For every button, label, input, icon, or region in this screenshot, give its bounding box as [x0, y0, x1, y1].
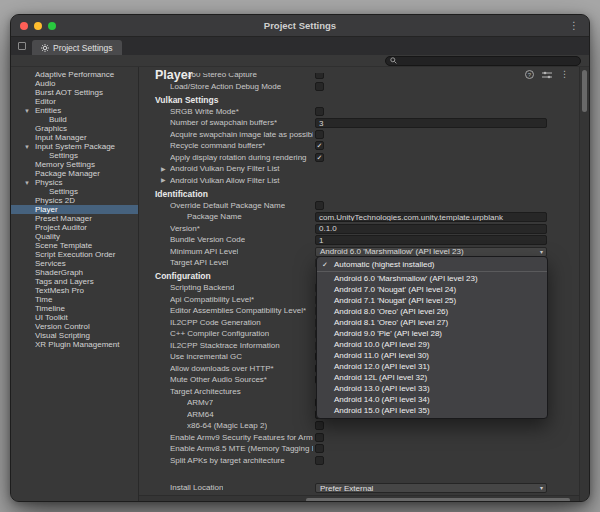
setting-label: Use incremental GC: [170, 352, 242, 361]
menu-item-android-13-0-api-level-33[interactable]: Android 13.0 (API level 33): [317, 383, 547, 394]
menu-item-label: Android 11.0 (API level 30): [334, 351, 429, 360]
window-menu-icon[interactable]: [18, 42, 26, 50]
sidebar-item-player[interactable]: Player: [11, 205, 138, 214]
setting-label: Minimum API Level: [170, 247, 238, 256]
sidebar-item-editor[interactable]: Editor: [11, 97, 138, 106]
checkbox-recycle-command-buffers[interactable]: ✓: [315, 141, 324, 150]
vertical-scrollbar[interactable]: [579, 67, 589, 502]
sidebar-item-graphics[interactable]: Graphics: [11, 124, 138, 133]
sidebar-item-physics-2d[interactable]: Physics 2D: [11, 196, 138, 205]
section-label: Vulkan Settings: [155, 95, 218, 105]
menu-item-android-7-1-nougat-api-level-25[interactable]: Android 7.1 'Nougat' (API level 25): [317, 295, 547, 306]
sidebar-item-input-manager[interactable]: Input Manager: [11, 133, 138, 142]
checkbox-x86-64-magic-leap-2[interactable]: [315, 421, 324, 430]
checkbox-apply-display-rotation-during-rendering[interactable]: ✓: [315, 153, 324, 162]
menu-item-label: Android 9.0 'Pie' (API level 28): [334, 329, 442, 338]
setting-label: IL2CPP Code Generation: [170, 318, 261, 327]
menu-item-android-8-1-oreo-api-level-27[interactable]: Android 8.1 'Oreo' (API level 27): [317, 317, 547, 328]
checkbox-360-stereo-capture[interactable]: [315, 70, 324, 79]
horizontal-scrollbar-thumb[interactable]: [306, 498, 570, 502]
search-input[interactable]: [385, 56, 581, 66]
minimize-button[interactable]: [34, 22, 42, 30]
sidebar-item-tags-and-layers[interactable]: Tags and Layers: [11, 277, 138, 286]
sidebar-item-visual-scripting[interactable]: Visual Scripting: [11, 331, 138, 340]
sidebar-item-audio[interactable]: Audio: [11, 79, 138, 88]
sidebar-item-version-control[interactable]: Version Control: [11, 322, 138, 331]
sidebar-item-settings[interactable]: Settings: [11, 151, 138, 160]
menu-item-android-12l-api-level-32[interactable]: Android 12L (API level 32): [317, 372, 547, 383]
field-value: 0.1.0: [319, 224, 337, 233]
vertical-scrollbar-thumb[interactable]: [582, 70, 587, 112]
sidebar-item-input-system-package[interactable]: ▼Input System Package: [11, 142, 138, 151]
menu-item-android-15-0-api-level-35[interactable]: Android 15.0 (API level 35): [317, 405, 547, 416]
dropdown-install-location[interactable]: Prefer External▾: [315, 483, 547, 493]
close-button[interactable]: [20, 22, 28, 30]
foldout-open-icon[interactable]: ▼: [24, 180, 30, 186]
setting-label: Apply display rotation during rendering: [170, 153, 307, 162]
sidebar-item-shadergraph[interactable]: ShaderGraph: [11, 268, 138, 277]
field-bundle-version-code[interactable]: 1: [315, 235, 547, 245]
row-split-apks-by-target-architecture: Split APKs by target architecture: [139, 455, 579, 467]
sidebar-item-quality[interactable]: Quality: [11, 232, 138, 241]
sidebar-item-label: Input Manager: [35, 133, 87, 142]
menu-item-android-11-0-api-level-30[interactable]: Android 11.0 (API level 30): [317, 350, 547, 361]
sidebar-item-package-manager[interactable]: Package Manager: [11, 169, 138, 178]
sidebar-item-label: Version Control: [35, 322, 90, 331]
menu-item-android-7-0-nougat-api-level-24[interactable]: Android 7.0 'Nougat' (API level 24): [317, 284, 547, 295]
checkbox-load-store-action-debug-mode[interactable]: [315, 82, 324, 91]
checkbox-enable-armv9-security-features-for-arm64[interactable]: [315, 433, 324, 442]
row-load-store-action-debug-mode: Load/Store Action Debug Mode: [139, 81, 579, 93]
tab-project-settings[interactable]: Project Settings: [32, 40, 122, 55]
zoom-button[interactable]: [48, 22, 56, 30]
sidebar-item-build[interactable]: Build: [11, 115, 138, 124]
context-menu-icon[interactable]: ⋮: [560, 70, 569, 79]
menu-item-android-12-0-api-level-31[interactable]: Android 12.0 (API level 31): [317, 361, 547, 372]
menu-item-android-6-0-marshmallow-api-level-23[interactable]: Android 6.0 'Marshmallow' (API level 23): [317, 273, 547, 284]
menu-item-android-10-0-api-level-29[interactable]: Android 10.0 (API level 29): [317, 339, 547, 350]
sidebar-item-scene-template[interactable]: Scene Template: [11, 241, 138, 250]
field-number-of-swapchain-buffers[interactable]: 3: [315, 118, 547, 128]
setting-label: Override Default Package Name: [170, 201, 285, 210]
foldout-open-icon[interactable]: ▼: [24, 144, 30, 150]
checkbox-acquire-swapchain-image-late-as-possible[interactable]: [315, 130, 324, 139]
field-package-name[interactable]: com.UnityTechnologies.com.unity.template…: [315, 212, 547, 222]
sidebar-item-textmesh-pro[interactable]: TextMesh Pro: [11, 286, 138, 295]
sidebar-item-physics[interactable]: ▼Physics: [11, 178, 138, 187]
kebab-menu-icon[interactable]: ⋮: [569, 21, 579, 31]
checkbox-split-apks-by-target-architecture[interactable]: [315, 456, 324, 465]
menu-item-android-9-0-pie-api-level-28[interactable]: Android 9.0 'Pie' (API level 28): [317, 328, 547, 339]
checkbox-srgb-write-mode[interactable]: [315, 107, 324, 116]
window-title: Project Settings: [11, 20, 589, 31]
sidebar-item-script-execution-order[interactable]: Script Execution Order: [11, 250, 138, 259]
sidebar-item-label: Time: [35, 295, 52, 304]
sidebar-item-timeline[interactable]: Timeline: [11, 304, 138, 313]
sidebar-item-xr-plugin-management[interactable]: XR Plugin Management: [11, 340, 138, 349]
checkbox-override-default-package-name[interactable]: [315, 201, 324, 210]
sidebar-item-project-auditor[interactable]: Project Auditor: [11, 223, 138, 232]
field-version[interactable]: 0.1.0: [315, 224, 547, 234]
menu-item-android-8-0-oreo-api-level-26[interactable]: Android 8.0 'Oreo' (API level 26): [317, 306, 547, 317]
sidebar-item-memory-settings[interactable]: Memory Settings: [11, 160, 138, 169]
menu-item-android-14-0-api-level-34[interactable]: Android 14.0 (API level 34): [317, 394, 547, 405]
sidebar-item-burst-aot-settings[interactable]: Burst AOT Settings: [11, 88, 138, 97]
foldout-open-icon[interactable]: ▼: [24, 108, 30, 114]
sidebar-item-settings[interactable]: Settings: [11, 187, 138, 196]
dropdown-minimum-api-level[interactable]: Android 6.0 'Marshmallow' (API level 23)…: [315, 247, 547, 257]
help-icon[interactable]: ?: [525, 70, 534, 79]
sidebar-item-preset-manager[interactable]: Preset Manager: [11, 214, 138, 223]
sidebar-item-time[interactable]: Time: [11, 295, 138, 304]
traffic-lights: [20, 22, 56, 30]
sidebar-item-label: Memory Settings: [35, 160, 95, 169]
sidebar-item-entities[interactable]: ▼Entities: [11, 106, 138, 115]
sidebar-item-services[interactable]: Services: [11, 259, 138, 268]
setting-label: 360 Stereo Capture: [187, 70, 257, 79]
preset-icon[interactable]: [542, 71, 552, 79]
sidebar-item-adaptive-performance[interactable]: Adaptive Performance: [11, 70, 138, 79]
foldout-closed-icon[interactable]: ▶: [161, 166, 166, 172]
foldout-closed-icon[interactable]: ▶: [161, 177, 166, 183]
horizontal-scrollbar[interactable]: [139, 495, 579, 502]
row-x86-64-magic-leap-2: x86-64 (Magic Leap 2): [139, 420, 579, 432]
checkbox-enable-armv8-5-mte-memory-tagging-extension[interactable]: [315, 444, 324, 453]
menu-item-automatic-highest-installed[interactable]: ✓Automatic (highest installed): [317, 259, 547, 270]
sidebar-item-ui-toolkit[interactable]: UI Toolkit: [11, 313, 138, 322]
